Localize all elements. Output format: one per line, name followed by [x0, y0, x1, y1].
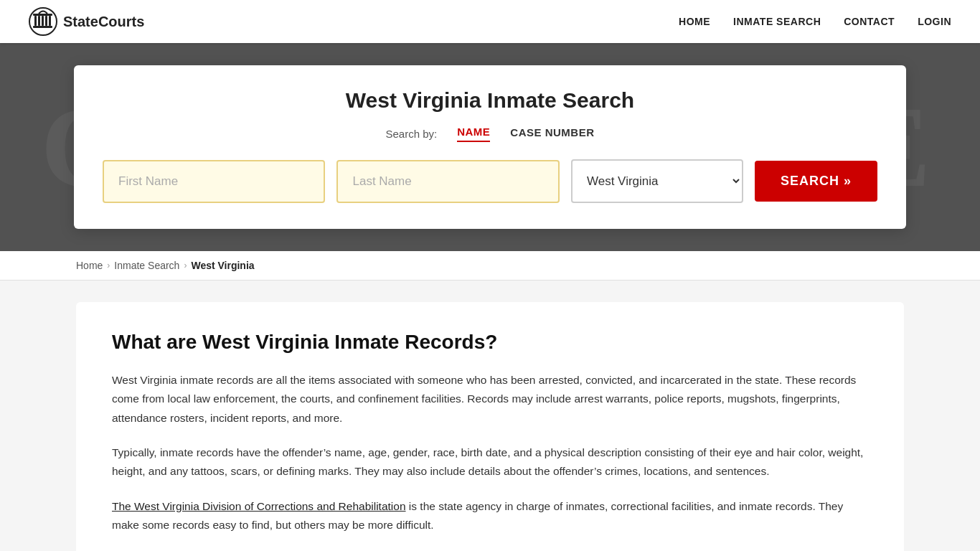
main-nav: HOME INMATE SEARCH CONTACT LOGIN: [679, 16, 951, 27]
logo-text: StateCourts: [63, 14, 144, 30]
content-paragraph-3: The West Virginia Division of Correction…: [112, 497, 868, 535]
svg-rect-4: [45, 16, 47, 26]
svg-rect-3: [42, 16, 44, 26]
content-paragraph-1: West Virginia inmate records are all the…: [112, 371, 868, 428]
search-by-label: Search by:: [385, 128, 437, 140]
breadcrumb-home[interactable]: Home: [76, 260, 103, 271]
content-paragraph-2: Typically, inmate records have the offen…: [112, 443, 868, 481]
state-select[interactable]: West Virginia Alabama Alaska Arizona Ark…: [571, 159, 743, 203]
breadcrumb-inmate-search[interactable]: Inmate Search: [114, 260, 179, 271]
svg-rect-1: [34, 16, 37, 26]
nav-login[interactable]: LOGIN: [918, 16, 951, 27]
breadcrumb: Home › Inmate Search › West Virginia: [0, 251, 980, 281]
content-card: What are West Virginia Inmate Records? W…: [76, 302, 904, 551]
search-card-title: West Virginia Inmate Search: [103, 88, 877, 113]
svg-rect-7: [33, 26, 52, 28]
tab-case-number[interactable]: CASE NUMBER: [510, 126, 594, 141]
search-button[interactable]: SEARCH »: [755, 161, 877, 202]
content-section: What are West Virginia Inmate Records? W…: [0, 281, 980, 551]
svg-rect-2: [38, 16, 40, 26]
breadcrumb-sep-2: ›: [184, 260, 187, 270]
content-heading: What are West Virginia Inmate Records?: [112, 331, 868, 354]
breadcrumb-sep-1: ›: [107, 260, 110, 270]
tab-name[interactable]: NAME: [457, 126, 490, 142]
agency-link[interactable]: The West Virginia Division of Correction…: [112, 500, 406, 512]
logo-icon: [29, 7, 57, 36]
logo-link[interactable]: StateCourts: [29, 7, 144, 36]
search-row: West Virginia Alabama Alaska Arizona Ark…: [103, 159, 877, 203]
svg-rect-5: [49, 16, 51, 26]
nav-home[interactable]: HOME: [679, 16, 710, 27]
site-header: StateCourts HOME INMATE SEARCH CONTACT L…: [0, 0, 980, 43]
hero-section: COURTHOUSE West Virginia Inmate Search S…: [0, 43, 980, 251]
search-tabs: Search by: NAME CASE NUMBER: [103, 126, 877, 142]
svg-rect-6: [33, 14, 52, 16]
search-card: West Virginia Inmate Search Search by: N…: [74, 65, 906, 229]
last-name-input[interactable]: [336, 160, 559, 203]
nav-contact[interactable]: CONTACT: [844, 16, 895, 27]
first-name-input[interactable]: [103, 160, 325, 203]
nav-inmate-search[interactable]: INMATE SEARCH: [733, 16, 821, 27]
breadcrumb-current: West Virginia: [191, 260, 254, 271]
